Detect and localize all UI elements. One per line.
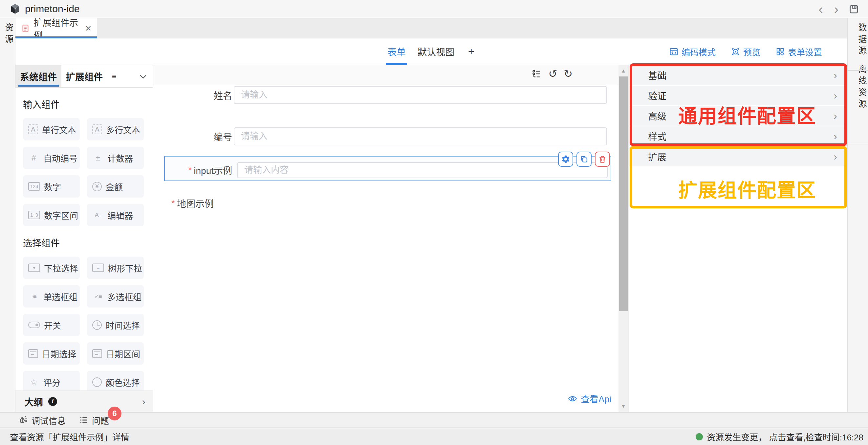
ide-window: primeton-ide ‹ › 资源 数据源 离线资源 扩展组件示例 ✕ bbox=[0, 0, 868, 445]
checkbox-group-icon: ✓≡ bbox=[92, 291, 103, 301]
gear-icon bbox=[561, 155, 570, 164]
field-label-text: input示例 bbox=[194, 163, 232, 177]
date-range-icon bbox=[92, 349, 102, 358]
field-label: 编号 bbox=[153, 127, 232, 146]
field-delete-button[interactable] bbox=[595, 152, 610, 167]
palette-sections: 输入组件 A 单行文本 A 多行文本 # 自动编号 ± 计数器 123 数字 ¥… bbox=[16, 88, 153, 390]
add-view-button[interactable]: + bbox=[468, 38, 474, 65]
view-api-label: 查看Api bbox=[581, 392, 611, 405]
problems-label: 问题 bbox=[92, 414, 109, 426]
palette-item-number-range[interactable]: 1~3 数字区间 bbox=[23, 204, 80, 226]
form-settings-button[interactable]: 表单设置 bbox=[775, 45, 822, 58]
palette-section-title: 输入组件 bbox=[23, 98, 145, 112]
palette-item-switch[interactable]: 开关 bbox=[23, 314, 80, 336]
redo-icon[interactable]: ↻ bbox=[564, 69, 572, 79]
tab-extension-components[interactable]: 扩展组件 bbox=[61, 65, 107, 87]
nav-back-icon[interactable]: ‹ bbox=[817, 3, 824, 16]
resource-change-notice[interactable]: 资源发生变更， 点击查看,检查时间:16:28 bbox=[696, 431, 863, 443]
config-section-row[interactable]: 基础 › bbox=[629, 65, 847, 85]
save-icon[interactable] bbox=[848, 4, 860, 15]
palette-item-rating[interactable]: ☆ 评分 bbox=[23, 371, 80, 390]
tab-extension-component-example[interactable]: 扩展组件示例 ✕ bbox=[16, 19, 97, 38]
palette-item-date-range[interactable]: 日期区间 bbox=[87, 342, 144, 364]
outline-tree-icon[interactable] bbox=[531, 69, 542, 79]
palette-item-number[interactable]: 123 数字 bbox=[23, 175, 80, 197]
component-palette: 系统组件 扩展组件 ≡ 输入组件 A 单行文本 A 多行文本 # 自动编号 ± … bbox=[16, 65, 153, 412]
required-asterisk: * bbox=[188, 165, 192, 175]
tab-default-view[interactable]: 默认视图 bbox=[417, 38, 454, 65]
collapse-panel-button[interactable] bbox=[138, 71, 148, 82]
palette-item-amount[interactable]: ¥ 金额 bbox=[87, 175, 144, 197]
tab-system-components[interactable]: 系统组件 bbox=[16, 65, 61, 87]
config-panel: 基础 › 验证 › 高级 › 样式 › 扩展 › 通用组件配置区 扩展组件配置区 bbox=[628, 65, 847, 412]
info-icon: i bbox=[48, 397, 57, 406]
code-mode-button[interactable]: 编码模式 bbox=[669, 45, 716, 58]
view-api-link[interactable]: 查看Api bbox=[568, 392, 611, 405]
bug-icon bbox=[19, 415, 28, 425]
time-picker-icon bbox=[92, 320, 102, 330]
view-bar: 表单 默认视图 + 编码模式 预览 bbox=[16, 38, 847, 65]
debug-info-button[interactable]: 调试信息 bbox=[19, 413, 66, 427]
rail-divider bbox=[848, 70, 868, 71]
config-section-row[interactable]: 高级 › bbox=[629, 106, 847, 126]
config-section-row[interactable]: 样式 › bbox=[629, 126, 847, 146]
form-document-icon bbox=[21, 24, 30, 33]
chevron-right-icon: › bbox=[834, 69, 837, 82]
preview-button[interactable]: 预览 bbox=[731, 45, 760, 58]
form-settings-icon bbox=[775, 47, 785, 57]
palette-section: 输入组件 A 单行文本 A 多行文本 # 自动编号 ± 计数器 123 数字 ¥… bbox=[23, 98, 145, 226]
sidebar-item-offline-resources[interactable]: 离线资源 bbox=[848, 65, 868, 110]
title-bar: primeton-ide ‹ › bbox=[0, 0, 868, 19]
tab-label: 扩展组件 bbox=[66, 70, 103, 83]
palette-item-date-picker[interactable]: 日期选择 bbox=[23, 342, 80, 364]
palette-item-tree-select[interactable]: ≡ 树形下拉 bbox=[87, 257, 144, 279]
palette-item-color-picker[interactable]: ··· 颜色选择 bbox=[87, 371, 144, 390]
palette-item-radio-group[interactable]: ◦≡ 单选框组 bbox=[23, 285, 80, 308]
palette-item-multi-line-text[interactable]: A 多行文本 bbox=[87, 118, 144, 140]
field-settings-button[interactable] bbox=[558, 152, 573, 167]
chevron-down-icon bbox=[138, 71, 148, 82]
close-icon[interactable]: ✕ bbox=[85, 24, 92, 33]
scrollbar-thumb[interactable] bbox=[619, 76, 628, 311]
nav-forward-icon[interactable]: › bbox=[833, 3, 840, 16]
outline-bar[interactable]: 大纲 i › bbox=[16, 390, 153, 412]
eye-icon bbox=[568, 394, 578, 404]
tab-form[interactable]: 表单 bbox=[388, 38, 406, 65]
rail-divider bbox=[848, 144, 868, 145]
sidebar-item-resources[interactable]: 资源 bbox=[0, 23, 15, 46]
scroll-up-icon[interactable]: ▲ bbox=[619, 68, 628, 74]
palette-item-select[interactable]: ▾ 下拉选择 bbox=[23, 257, 80, 279]
palette-item-auto-number[interactable]: # 自动编号 bbox=[23, 147, 80, 169]
field-copy-button[interactable] bbox=[577, 152, 592, 167]
multi-line-text-icon: A bbox=[92, 124, 102, 134]
chevron-right-icon: › bbox=[834, 130, 837, 142]
code-mode-icon bbox=[669, 47, 679, 57]
field-label-text: 姓名 bbox=[214, 89, 232, 102]
undo-icon[interactable]: ↺ bbox=[548, 69, 557, 79]
number-input[interactable] bbox=[234, 127, 607, 146]
palette-grid: ▾ 下拉选择 ≡ 树形下拉 ◦≡ 单选框组 ✓≡ 多选框组 开关 时间选择 日期… bbox=[23, 257, 145, 390]
scroll-down-icon[interactable]: ▼ bbox=[619, 403, 628, 409]
palette-item-counter[interactable]: ± 计数器 bbox=[87, 147, 144, 169]
name-input[interactable] bbox=[234, 86, 607, 104]
palette-item-editor[interactable]: A≡ 编辑器 bbox=[87, 204, 144, 226]
chevron-right-icon: › bbox=[834, 110, 837, 122]
palette-item-single-line-text[interactable]: A 单行文本 bbox=[23, 118, 80, 140]
app-logo-icon bbox=[9, 3, 21, 15]
config-section-label: 基础 bbox=[648, 69, 666, 82]
palette-item-time-picker[interactable]: 时间选择 bbox=[87, 314, 144, 336]
palette-item-checkbox-group[interactable]: ✓≡ 多选框组 bbox=[87, 285, 144, 308]
outline-label: 大纲 bbox=[25, 395, 43, 408]
sidebar-item-datasource[interactable]: 数据源 bbox=[848, 23, 868, 57]
config-section-row[interactable]: 验证 › bbox=[629, 86, 847, 105]
counter-icon: ± bbox=[92, 153, 103, 163]
config-section-extension[interactable]: 扩展 › bbox=[629, 147, 847, 166]
palette-menu-icon[interactable]: ≡ bbox=[112, 72, 117, 81]
annotation-extension-label: 扩展组件配置区 bbox=[678, 175, 816, 202]
auto-number-icon: # bbox=[28, 153, 39, 163]
input-example-input[interactable] bbox=[237, 162, 608, 178]
date-picker-icon bbox=[28, 349, 38, 358]
app-title: primeton-ide bbox=[25, 3, 80, 14]
problems-button[interactable]: 问题 6 bbox=[79, 413, 109, 427]
canvas-scrollbar[interactable]: ▲ ▼ bbox=[619, 65, 628, 412]
